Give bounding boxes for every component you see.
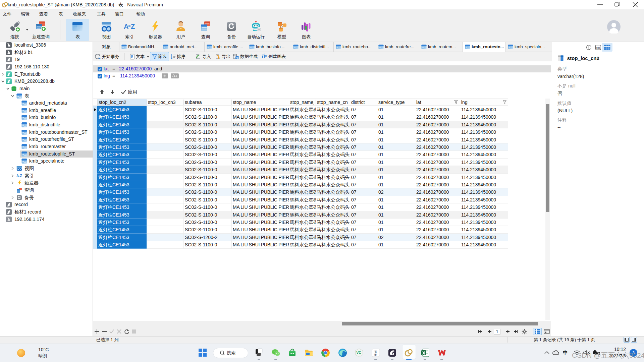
svg-text:ODL: ODL bbox=[596, 47, 601, 49]
svg-text:A: A bbox=[124, 23, 128, 30]
svg-text:石: 石 bbox=[374, 350, 377, 353]
svg-text:Z: Z bbox=[131, 23, 135, 30]
svg-text:VC: VC bbox=[357, 351, 361, 355]
svg-text:墨: 墨 bbox=[374, 353, 377, 356]
svg-text:A-Z: A-Z bbox=[16, 174, 22, 178]
svg-text:ABC: ABC bbox=[236, 57, 239, 59]
